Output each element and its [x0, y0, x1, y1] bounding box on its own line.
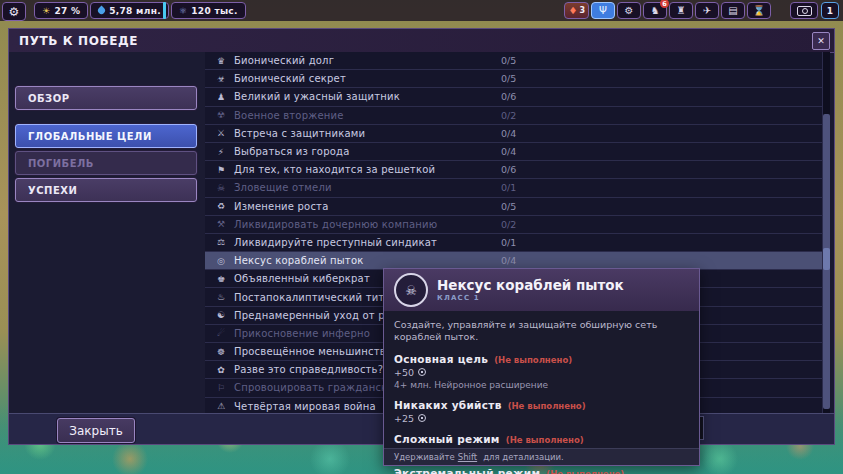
section-title: Экстремальный режим	[394, 467, 540, 474]
goal-row[interactable]: ⚔ Встреча с защитниками 0/4	[205, 125, 822, 143]
goal-progress: 0/4	[501, 146, 516, 157]
goal-row[interactable]: ⚖ Ликвидируйте преступный синдикат 0/1	[205, 234, 822, 252]
goal-row[interactable]: ☢ Военное вторжение 0/2	[205, 107, 822, 125]
tooltip-section: Никаких убийств (Не выполнено) +25	[394, 399, 689, 424]
goal-icon: ☠	[213, 183, 229, 193]
section-reward-value: +25	[394, 413, 414, 424]
goal-icon: ♨	[213, 292, 229, 302]
goal-progress: 0/6	[501, 91, 516, 102]
goal-progress: 0/1	[501, 182, 516, 193]
scrollbar[interactable]	[822, 52, 830, 414]
goal-icon: ☸	[213, 347, 229, 357]
footer-hint-key: Shift	[458, 452, 477, 462]
goal-progress: 0/5	[501, 201, 516, 212]
goal-label: Четвёртая мировая война	[234, 401, 376, 412]
sidebar-item-1[interactable]: ГЛОБАЛЬНЫЕ ЦЕЛИ	[15, 124, 197, 148]
goal-icon: ♻	[213, 201, 229, 211]
goal-icon: ☄	[213, 328, 229, 338]
resource-pill: ☀ 27 %	[34, 2, 88, 19]
goal-row[interactable]: ⚡ Выбраться из города 0/4	[205, 143, 822, 161]
goal-icon: ♚	[213, 274, 229, 284]
notification-badge: 6	[660, 0, 669, 8]
goal-icon: ⚐	[213, 383, 229, 393]
hud-accent-bar	[163, 2, 166, 19]
goal-icon: ⚔	[213, 128, 229, 138]
resource-pill: 5,78 млн.	[90, 2, 169, 19]
camera-button[interactable]	[790, 2, 818, 19]
water-drop-icon	[98, 6, 105, 16]
goal-icon: ⚒	[213, 219, 229, 229]
goal-icon: ☯	[213, 310, 229, 320]
goal-icon: ⚖	[213, 237, 229, 247]
goal-progress: 0/2	[501, 219, 516, 230]
hud-icon-button[interactable]: ♦ 3	[564, 2, 589, 19]
goal-row[interactable]: ☠ Зловещие отмели 0/1	[205, 179, 822, 197]
expedition-icon: ✈	[703, 5, 711, 16]
goal-row[interactable]: ♛ Бионический долг 0/5	[205, 52, 822, 70]
hud-icon-button[interactable]: ✈	[695, 2, 719, 19]
goal-label: Объявленный киберкрат	[234, 273, 370, 284]
scrollbar-highlight	[823, 248, 830, 270]
sidebar-item-0[interactable]: ОБЗОР	[15, 86, 197, 110]
reward-currency-icon	[418, 414, 426, 422]
resource-value: 120 тыс.	[191, 6, 237, 16]
goal-label: Постапокалиптический титан	[234, 292, 397, 303]
hud-icon-button[interactable]: ▤	[721, 2, 745, 19]
goal-label: Для тех, кто находится за решеткой	[234, 164, 435, 175]
hud-icon-button[interactable]: ♜	[669, 2, 693, 19]
section-status: (Не выполнено)	[508, 401, 586, 411]
squad-icon: ♜	[677, 5, 686, 16]
close-panel-button[interactable]: Закрыть	[57, 418, 135, 443]
menu-gear-button[interactable]: ⚙	[2, 2, 26, 21]
photo-counter: 1	[821, 2, 839, 19]
tooltip-section: Экстремальный режим (Не выполнено) +9	[394, 467, 689, 474]
goal-label: Выбраться из города	[234, 146, 350, 157]
tooltip-section: Основная цель (Не выполнено) +50 4+ млн.…	[394, 353, 689, 390]
sidebar-item-label: ГЛОБАЛЬНЫЕ ЦЕЛИ	[28, 131, 152, 142]
hud-icon-button[interactable]: ⚙	[617, 2, 641, 19]
goal-row[interactable]: ♻ Изменение роста 0/5	[205, 198, 822, 216]
section-note: 4+ млн. Нейронное расширение	[394, 380, 689, 390]
gear-icon: ⚙	[9, 5, 20, 19]
goal-progress: 0/5	[501, 55, 516, 66]
goal-emblem-icon: ☠	[394, 273, 428, 307]
photo-group: 1	[790, 2, 839, 19]
goal-icon: ⚑	[213, 165, 229, 175]
hud-right-icons: ♦ 3 Ψ ⚙ ♞ 6 ♜ ✈ ▤ ⌛	[564, 2, 771, 19]
reward-currency-icon	[418, 368, 426, 376]
nanite-icon: ⚛	[179, 6, 187, 16]
goal-progress: 0/1	[501, 237, 516, 248]
goal-label: Прикосновение инферно	[234, 328, 370, 339]
creature-icon: ♞	[651, 5, 660, 16]
hud-icon-count: 3	[579, 6, 585, 15]
hud-icon-button[interactable]: Ψ	[591, 2, 615, 19]
goal-label: Ликвидируйте преступный синдикат	[234, 237, 437, 248]
goal-icon: ♟	[213, 92, 229, 102]
sidebar-item-2[interactable]: ПОГИБЕЛЬ	[15, 151, 197, 175]
section-title: Сложный режим	[394, 433, 500, 445]
top-hud: ⚙ ☀ 27 % 5,78 млн. ⚛ 120 тыс. ♦ 3 Ψ ⚙ ♞ …	[0, 0, 843, 21]
sidebar-item-label: ОБЗОР	[28, 93, 70, 104]
close-button[interactable]: ✕	[812, 32, 830, 50]
goal-row[interactable]: ♟ Великий и ужасный защитник 0/6	[205, 88, 822, 106]
hud-icon-button[interactable]: ⌛	[747, 2, 771, 19]
wings-icon: Ψ	[599, 5, 607, 16]
section-status: (Не выполнено)	[494, 355, 572, 365]
section-title: Никаких убийств	[394, 399, 502, 411]
journal-icon: ▤	[728, 5, 737, 16]
section-status: (Не выполнено)	[506, 435, 584, 445]
sun-icon: ☀	[42, 6, 50, 16]
goal-row[interactable]: ⚒ Ликвидировать дочернюю компанию 0/2	[205, 216, 822, 234]
goal-label: Ликвидировать дочернюю компанию	[234, 219, 437, 230]
crystal-icon: ♦	[568, 5, 577, 16]
goal-label: Изменение роста	[234, 201, 328, 212]
tooltip-description: Создайте, управляйте и защищайте обширну…	[394, 319, 689, 344]
goal-row[interactable]: ⚑ Для тех, кто находится за решеткой 0/6	[205, 161, 822, 179]
goal-row[interactable]: ☣ Бионический секрет 0/5	[205, 70, 822, 88]
hud-icon-button[interactable]: ♞ 6	[643, 2, 667, 19]
goal-icon: ◎	[213, 256, 229, 266]
sidebar-item-3[interactable]: УСПЕХИ	[15, 178, 197, 202]
goal-progress: 0/5	[501, 73, 516, 84]
tooltip-header: ☠ Нексус кораблей пыток КЛАСС 1	[384, 269, 699, 311]
goal-progress: 0/4	[501, 128, 516, 139]
